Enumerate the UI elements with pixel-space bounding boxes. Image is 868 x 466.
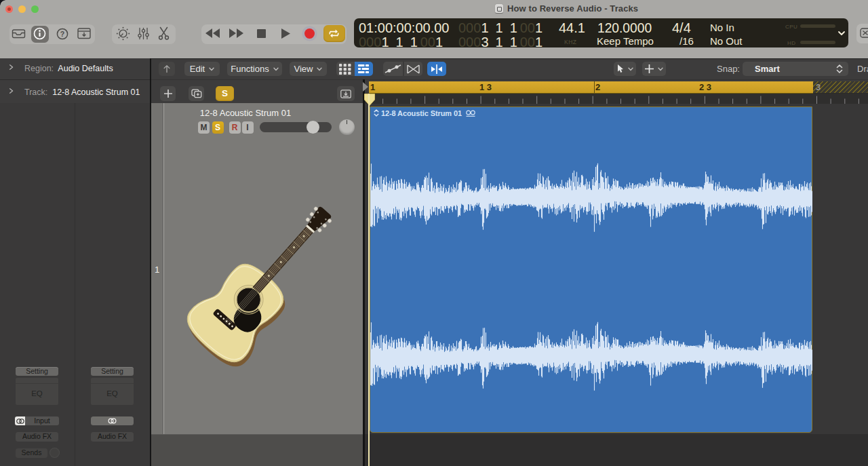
svg-text:?: ? bbox=[60, 30, 64, 38]
